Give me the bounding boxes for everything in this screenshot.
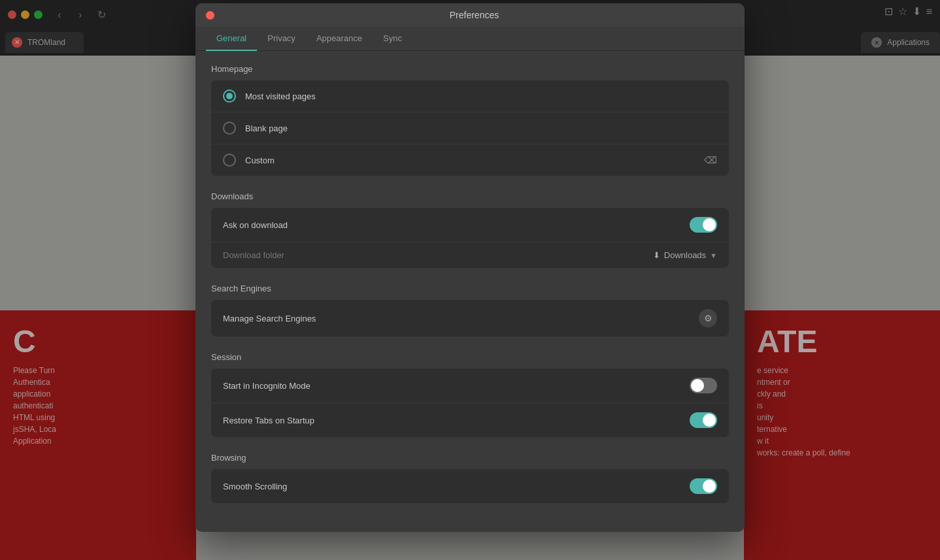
ask-on-download-toggle[interactable] <box>690 217 717 233</box>
restore-tabs-label: Restore Tabs on Startup <box>223 416 680 425</box>
ask-on-download-row: Ask on download <box>211 208 729 242</box>
download-folder-dropdown-icon[interactable]: ▼ <box>710 252 717 259</box>
dialog-titlebar: Preferences <box>195 3 745 27</box>
restore-tabs-row: Restore Tabs on Startup <box>211 403 729 437</box>
option-custom[interactable]: Custom ⌫ <box>211 144 729 176</box>
session-section-title: Session <box>211 352 729 362</box>
dialog-content: Homepage Most visited pages Blank page <box>195 51 745 532</box>
downloads-section-box: Ask on download Download folder ⬇ Downlo… <box>211 208 729 268</box>
ask-on-download-label: Ask on download <box>223 220 680 230</box>
restore-tabs-toggle[interactable] <box>690 412 717 428</box>
browsing-section-title: Browsing <box>211 453 729 463</box>
smooth-scrolling-toggle[interactable] <box>690 478 717 494</box>
custom-url-input[interactable] <box>475 156 695 165</box>
download-folder-value[interactable]: ⬇ Downloads ▼ <box>653 250 717 260</box>
smooth-scrolling-label: Smooth Scrolling <box>223 482 680 491</box>
radio-most-visited[interactable] <box>223 90 236 103</box>
most-visited-label: Most visited pages <box>245 91 717 101</box>
smooth-scrolling-row: Smooth Scrolling <box>211 469 729 503</box>
download-folder-label: Download folder <box>223 250 646 260</box>
radio-blank-page[interactable] <box>223 122 236 135</box>
tab-sync[interactable]: Sync <box>373 27 412 51</box>
custom-label: Custom <box>245 156 465 165</box>
custom-clear-button[interactable]: ⌫ <box>704 155 717 165</box>
incognito-label: Start in Incognito Mode <box>223 381 680 391</box>
manage-search-engines-row: Manage Search Engines ⚙ <box>211 300 729 337</box>
search-engines-section-title: Search Engines <box>211 284 729 293</box>
blank-page-label: Blank page <box>245 124 717 133</box>
browser-window: ‹ › ↻ ⊡ ☆ ⬇ ≡ ✕ TROMland ✕ Applications … <box>0 0 940 560</box>
homepage-section-title: Homepage <box>211 64 729 74</box>
homepage-section-box: Most visited pages Blank page Custom ⌫ <box>211 80 729 176</box>
option-blank-page[interactable]: Blank page <box>211 112 729 144</box>
download-folder-name: Downloads <box>664 250 706 260</box>
radio-custom[interactable] <box>223 154 236 167</box>
manage-search-engines-label: Manage Search Engines <box>223 314 699 323</box>
dialog-close-button[interactable] <box>206 11 214 20</box>
browsing-section-box: Smooth Scrolling <box>211 469 729 503</box>
restore-tabs-toggle-knob <box>703 414 716 427</box>
incognito-mode-row: Start in Incognito Mode <box>211 369 729 403</box>
radio-inner-most-visited <box>226 93 233 99</box>
incognito-toggle[interactable] <box>690 378 717 393</box>
smooth-scrolling-toggle-knob <box>703 480 716 493</box>
ask-on-download-toggle-knob <box>703 218 716 231</box>
tab-general[interactable]: General <box>206 27 257 51</box>
preferences-dialog: Preferences General Privacy Appearance S… <box>195 3 745 532</box>
session-section-box: Start in Incognito Mode Restore Tabs on … <box>211 369 729 437</box>
search-engines-section-box: Manage Search Engines ⚙ <box>211 300 729 337</box>
dialog-tabs: General Privacy Appearance Sync <box>195 27 745 51</box>
download-folder-arrow-icon: ⬇ <box>653 250 660 260</box>
option-most-visited[interactable]: Most visited pages <box>211 80 729 112</box>
manage-search-engines-button[interactable]: ⚙ <box>699 309 717 327</box>
tab-privacy[interactable]: Privacy <box>257 27 306 51</box>
tab-appearance[interactable]: Appearance <box>306 27 373 51</box>
dialog-title: Preferences <box>214 10 734 20</box>
download-folder-row: Download folder ⬇ Downloads ▼ <box>211 242 729 268</box>
incognito-toggle-knob <box>691 379 704 392</box>
downloads-section-title: Downloads <box>211 191 729 201</box>
